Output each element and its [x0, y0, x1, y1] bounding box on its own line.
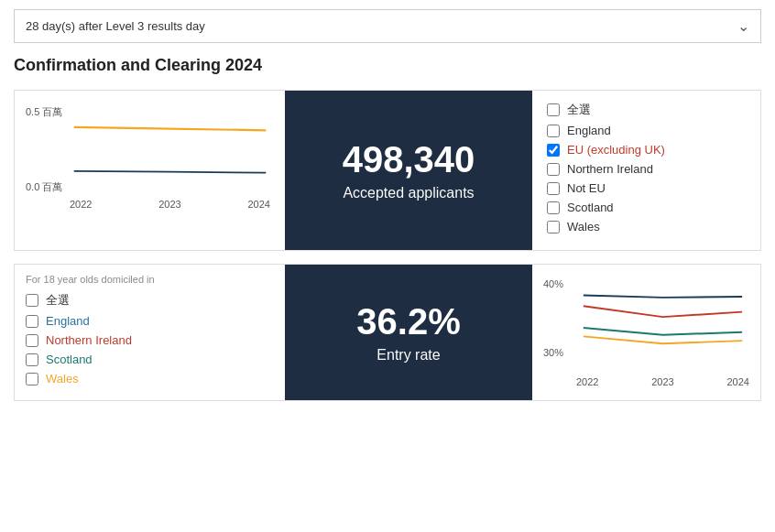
card2-y-bottom: 30%	[543, 347, 563, 358]
checkbox-label-eu1[interactable]: EU (excluding UK)	[567, 143, 665, 157]
card2-left-panel: For 18 year olds domiciled in 全選 England…	[15, 265, 285, 400]
card2-x-labels: 2022 2023 2024	[576, 376, 749, 387]
checkbox-eu1[interactable]	[547, 144, 560, 157]
card-accepted-applicants: 0.5 百萬 0.0 百萬 2022 2023 2024 498,340 Acc…	[14, 90, 761, 251]
checkbox-item-england2[interactable]: England	[26, 314, 274, 328]
checkbox-item-scotland2[interactable]: Scotland	[26, 353, 274, 366]
card-entry-rate: For 18 year olds domiciled in 全選 England…	[14, 264, 761, 401]
entry-rate-label: Entry rate	[377, 347, 440, 364]
checkbox-wales2[interactable]	[26, 373, 38, 385]
card2-x-label-2022: 2022	[576, 376, 598, 387]
checkbox-label-scotland1[interactable]: Scotland	[567, 201, 614, 214]
checkbox-item-wales2[interactable]: Wales	[26, 372, 274, 385]
checkbox-ni2[interactable]	[26, 334, 38, 347]
filter-note: For 18 year olds domiciled in	[26, 274, 274, 285]
checkbox-label-ni2[interactable]: Northern Ireland	[46, 333, 132, 347]
checkbox-label-ni1[interactable]: Northern Ireland	[567, 162, 653, 176]
checkbox-item-england1[interactable]: England	[547, 124, 746, 137]
dropdown-label: 28 day(s) after Level 3 results day	[26, 19, 205, 33]
card1-center: 498,340 Accepted applicants	[285, 91, 532, 250]
card1-x-label-2022: 2022	[70, 199, 92, 210]
checkbox-noteu1[interactable]	[547, 182, 560, 195]
checkbox-item-ni2[interactable]: Northern Ireland	[26, 333, 274, 347]
card1-x-labels: 2022 2023 2024	[66, 199, 274, 210]
entry-rate-number: 36.2%	[356, 301, 460, 342]
checkbox-item-wales1[interactable]: Wales	[547, 220, 746, 233]
checkbox-label-england2[interactable]: England	[46, 314, 90, 328]
checkbox-item-scotland1[interactable]: Scotland	[547, 201, 746, 214]
checkbox-england2[interactable]	[26, 315, 38, 328]
card2-x-label-2024: 2024	[727, 376, 749, 387]
checkbox-label-all1[interactable]: 全選	[567, 102, 591, 118]
card2-line-chart	[576, 274, 749, 375]
card1-x-label-2023: 2023	[158, 199, 180, 210]
checkbox-scotland1[interactable]	[547, 201, 560, 214]
accepted-applicants-number: 498,340	[343, 139, 475, 179]
card1-checkboxes: 全選 England EU (excluding UK) Northern Ir…	[532, 91, 760, 250]
chevron-down-icon: ⌄	[737, 17, 749, 35]
checkbox-label-scotland2[interactable]: Scotland	[46, 353, 93, 366]
checkbox-item-all1[interactable]: 全選	[547, 102, 746, 118]
card2-chart-panel: 40% 30% 2022 2023 2024	[532, 265, 760, 400]
checkbox-item-noteu1[interactable]: Not EU	[547, 181, 746, 195]
checkbox-item-ni1[interactable]: Northern Ireland	[547, 162, 746, 176]
card1-chart-area: 0.5 百萬 0.0 百萬 2022 2023 2024	[26, 105, 274, 224]
checkbox-wales1[interactable]	[547, 221, 560, 233]
checkbox-england1[interactable]	[547, 125, 560, 137]
checkbox-all1[interactable]	[547, 103, 560, 116]
checkbox-item-eu1[interactable]: EU (excluding UK)	[547, 143, 746, 157]
dropdown-bar[interactable]: 28 day(s) after Level 3 results day ⌄	[14, 9, 761, 43]
checkbox-all2[interactable]	[26, 294, 38, 307]
checkbox-label-wales2[interactable]: Wales	[46, 372, 79, 385]
card1-x-label-2024: 2024	[248, 199, 270, 210]
checkbox-label-wales1[interactable]: Wales	[567, 220, 600, 233]
checkbox-scotland2[interactable]	[26, 353, 38, 366]
card1-chart-panel: 0.5 百萬 0.0 百萬 2022 2023 2024	[15, 91, 285, 250]
checkbox-ni1[interactable]	[547, 163, 560, 176]
card2-x-label-2023: 2023	[651, 376, 673, 387]
card2-y-top: 40%	[543, 278, 563, 289]
card1-y-bottom: 0.0 百萬	[26, 180, 62, 194]
page-title: Confirmation and Clearing 2024	[14, 56, 761, 75]
card1-y-top: 0.5 百萬	[26, 105, 62, 119]
checkbox-label-england1[interactable]: England	[567, 124, 611, 137]
checkbox-label-all2[interactable]: 全選	[46, 292, 70, 309]
card1-line-chart	[66, 105, 274, 197]
checkbox-label-noteu1[interactable]: Not EU	[567, 181, 606, 195]
accepted-applicants-label: Accepted applicants	[343, 185, 474, 201]
checkbox-item-all2[interactable]: 全選	[26, 292, 274, 309]
card2-center: 36.2% Entry rate	[285, 265, 532, 400]
